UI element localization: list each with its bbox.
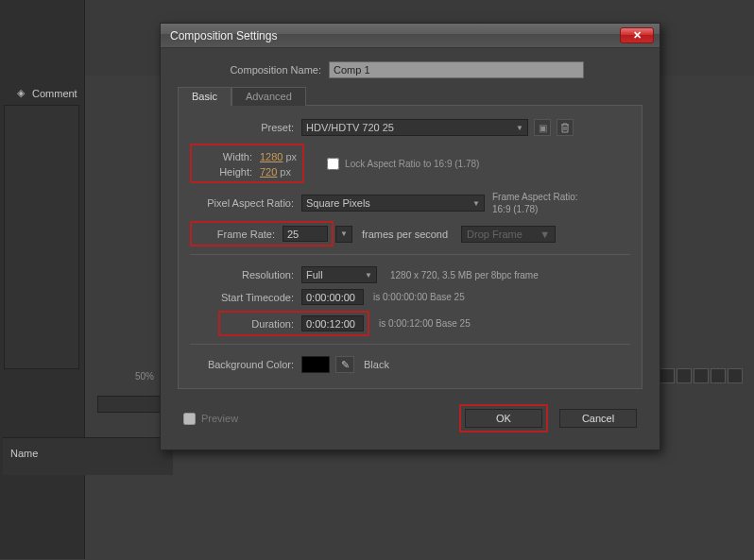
- height-input[interactable]: 720: [260, 166, 277, 178]
- chevron-down-icon: ▼: [540, 229, 550, 240]
- lock-aspect-checkbox[interactable]: [327, 158, 339, 170]
- preview-label: Preview: [201, 413, 238, 424]
- chevron-down-icon: ▼: [516, 124, 523, 132]
- drop-frame-value: Drop Frame: [467, 229, 523, 240]
- frame-rate-input[interactable]: [283, 226, 328, 242]
- delete-preset-button[interactable]: [557, 119, 574, 136]
- composition-name-input[interactable]: [329, 61, 584, 78]
- resolution-desc: 1280 x 720, 3.5 MB per 8bpc frame: [390, 270, 539, 280]
- trash-icon: [560, 123, 570, 133]
- fps-suffix: frames per second: [362, 229, 448, 240]
- preset-value: HDV/HDTV 720 25: [306, 122, 394, 133]
- width-unit: px: [285, 151, 297, 162]
- tab-content: Preset: HDV/HDTV 720 25 ▼ ▣ Width: 1280 …: [178, 106, 643, 389]
- close-icon: ✕: [633, 29, 642, 42]
- comment-column-header: Comment: [32, 88, 77, 99]
- timeline-name-column: Name: [3, 437, 173, 475]
- cancel-button[interactable]: Cancel: [559, 409, 637, 428]
- duration-desc: is 0:00:12:00 Base 25: [379, 318, 471, 329]
- width-label: Width:: [197, 151, 260, 162]
- mini-panel: [97, 396, 165, 413]
- drop-frame-select: Drop Frame ▼: [461, 226, 556, 243]
- frame-rate-highlight: Frame Rate:: [190, 221, 334, 246]
- frame-rate-dropdown-toggle[interactable]: ▼: [335, 226, 352, 243]
- height-unit: px: [280, 166, 291, 178]
- dialog-title: Composition Settings: [166, 29, 620, 42]
- background-color-swatch[interactable]: [301, 356, 330, 373]
- start-timecode-label: Start Timecode:: [190, 292, 301, 303]
- preset-label: Preset:: [190, 122, 301, 133]
- pixel-aspect-select[interactable]: Square Pixels ▼: [301, 195, 485, 212]
- chevron-down-icon: ▼: [472, 199, 480, 208]
- tool-icon[interactable]: [677, 368, 692, 383]
- eyedropper-button[interactable]: ✎: [335, 356, 354, 373]
- resolution-label: Resolution:: [190, 269, 301, 280]
- pixel-aspect-label: Pixel Aspect Ratio:: [190, 197, 301, 209]
- chevron-down-icon: ▼: [365, 271, 372, 280]
- dimensions-highlight: Width: 1280 px Height: 720 px: [190, 144, 304, 183]
- dialog-titlebar[interactable]: Composition Settings ✕: [161, 24, 660, 48]
- preview-checkbox: [183, 413, 196, 425]
- duration-highlight: Duration:: [218, 311, 369, 336]
- zoom-level[interactable]: 50%: [135, 371, 154, 382]
- duration-input[interactable]: [301, 315, 364, 331]
- pixel-aspect-value: Square Pixels: [306, 197, 370, 209]
- tool-icon[interactable]: [711, 368, 726, 383]
- tool-icon[interactable]: [694, 368, 709, 383]
- tool-icon[interactable]: [660, 368, 675, 383]
- tab-advanced[interactable]: Advanced: [231, 87, 306, 106]
- background-color-name: Black: [364, 359, 389, 370]
- frame-aspect-info: Frame Aspect Ratio:16:9 (1.78): [492, 191, 578, 215]
- duration-label: Duration:: [224, 318, 301, 330]
- frame-rate-label: Frame Rate:: [196, 229, 283, 240]
- chevron-down-icon: ▼: [340, 229, 348, 238]
- save-preset-button[interactable]: ▣: [534, 119, 551, 136]
- separator: [190, 254, 630, 255]
- ok-highlight: OK: [459, 404, 548, 433]
- project-panel: [4, 105, 79, 369]
- start-timecode-desc: is 0:00:00:00 Base 25: [373, 292, 465, 302]
- resolution-value: Full: [306, 269, 323, 280]
- height-label: Height:: [197, 166, 260, 178]
- composition-name-label: Composition Name:: [178, 64, 329, 76]
- tool-icon[interactable]: [728, 368, 743, 383]
- tabs: Basic Advanced: [178, 86, 643, 106]
- start-timecode-input[interactable]: [301, 289, 364, 305]
- resolution-select[interactable]: Full ▼: [301, 266, 377, 283]
- composition-settings-dialog: Composition Settings ✕ Composition Name:…: [160, 23, 660, 450]
- tag-icon: ◈: [17, 87, 25, 99]
- ok-button[interactable]: OK: [465, 409, 542, 428]
- tab-basic[interactable]: Basic: [178, 87, 231, 106]
- preset-select[interactable]: HDV/HDTV 720 25 ▼: [301, 119, 528, 136]
- background-color-label: Background Color:: [190, 359, 301, 370]
- lock-aspect-label: Lock Aspect Ratio to 16:9 (1.78): [345, 159, 479, 169]
- width-input[interactable]: 1280: [260, 151, 283, 162]
- separator: [190, 344, 630, 345]
- eyedropper-icon: ✎: [341, 359, 350, 371]
- close-button[interactable]: ✕: [620, 27, 654, 43]
